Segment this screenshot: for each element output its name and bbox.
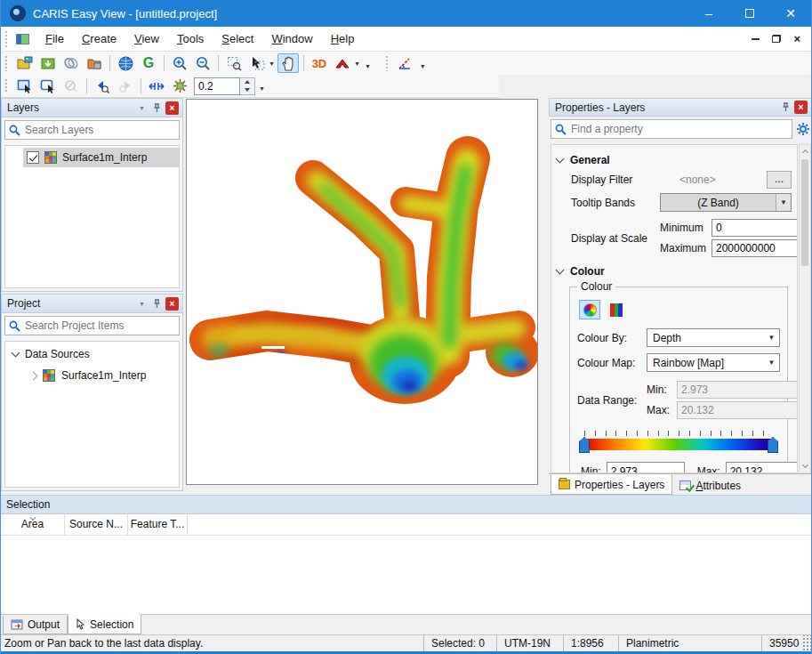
link-button[interactable] xyxy=(60,53,82,73)
rgb-bands-button[interactable] xyxy=(606,300,627,319)
pan-tool-button[interactable] xyxy=(277,53,299,73)
pan-hand-icon xyxy=(281,56,295,71)
tab-output[interactable]: Output xyxy=(3,616,68,634)
flash-selection-button[interactable] xyxy=(169,77,190,96)
mdi-minimize-button[interactable] xyxy=(752,38,760,40)
data-range-label: Data Range: xyxy=(577,394,647,407)
zoom-area-button[interactable] xyxy=(223,53,245,73)
range-min-input[interactable] xyxy=(607,462,685,473)
menu-tools[interactable]: Tools xyxy=(168,28,213,49)
menu-select[interactable]: Select xyxy=(213,28,262,49)
toolbar-overflow-button[interactable]: ▼ xyxy=(365,63,371,69)
toolbar-grip[interactable] xyxy=(4,78,9,94)
scale-minimum-input[interactable] xyxy=(712,219,798,237)
panel-menu-button[interactable]: ▼ xyxy=(135,297,149,311)
project-panel-header: Project ▼ × xyxy=(2,295,182,313)
layer-item-surface1m-interp[interactable]: Surface1m_Interp xyxy=(23,148,179,167)
toolbar-overflow-button[interactable]: ▼ xyxy=(259,85,265,92)
range-max-input[interactable] xyxy=(726,462,798,473)
pin-icon[interactable] xyxy=(779,101,792,114)
spin-up-button[interactable] xyxy=(240,78,254,86)
layers-search-input[interactable] xyxy=(25,124,175,136)
select-tool-button[interactable] xyxy=(246,53,268,73)
property-search-input[interactable] xyxy=(571,123,788,135)
column-header-source-name[interactable]: Source N... xyxy=(65,514,128,535)
panel-menu-button[interactable]: ▼ xyxy=(135,101,149,115)
pin-icon[interactable] xyxy=(150,297,164,311)
display-filter-browse-button[interactable]: ... xyxy=(767,171,792,189)
toolbar-separator xyxy=(86,78,87,94)
panel-close-button[interactable]: × xyxy=(165,101,179,115)
column-header-area[interactable]: Area xyxy=(1,514,65,535)
resize-grip[interactable] xyxy=(802,635,812,651)
toolbar-grip[interactable] xyxy=(4,55,9,71)
select-by-rectangle-button[interactable] xyxy=(14,77,36,96)
menu-window[interactable]: Window xyxy=(262,28,321,49)
zoom-out-button[interactable] xyxy=(192,53,213,73)
menu-file[interactable]: File xyxy=(36,28,73,49)
tab-attributes[interactable]: Attributes xyxy=(672,476,748,495)
scale-maximum-input[interactable] xyxy=(712,239,798,257)
map-viewport[interactable] xyxy=(186,99,538,485)
chevron-right-icon[interactable] xyxy=(29,371,38,380)
chevron-down-icon: ▼ xyxy=(764,334,779,342)
panel-close-button[interactable]: × xyxy=(165,297,179,311)
zoom-in-button[interactable] xyxy=(169,53,190,73)
colour-map-value: Rainbow [Map] xyxy=(647,357,764,369)
toolbar-grip[interactable] xyxy=(4,30,9,47)
menu-create[interactable]: Create xyxy=(73,28,125,49)
mdi-document-icon[interactable] xyxy=(16,34,29,44)
mdi-close-button[interactable]: × xyxy=(793,35,800,43)
minimize-button[interactable]: – xyxy=(688,0,729,27)
colour-wheel-button[interactable] xyxy=(579,300,600,319)
layer-visibility-checkbox[interactable] xyxy=(27,151,39,164)
scale-maximum-label: Maximum xyxy=(660,242,712,254)
colour-map-select[interactable]: Rainbow [Map] ▼ xyxy=(647,353,780,372)
project-search-input[interactable] xyxy=(25,319,175,332)
select-tool-dropdown[interactable]: ▼ xyxy=(269,61,275,67)
scroll-up-button[interactable] xyxy=(800,145,810,157)
panel-close-button[interactable]: × xyxy=(794,101,808,114)
measure-tool-button[interactable] xyxy=(395,53,416,73)
toolbar-grip[interactable] xyxy=(385,55,390,71)
3d-view-button[interactable]: 3D xyxy=(309,53,330,73)
layers-search[interactable] xyxy=(4,120,180,140)
pin-icon[interactable] xyxy=(150,101,164,115)
maximize-button[interactable] xyxy=(729,0,770,27)
fit-width-button[interactable] xyxy=(146,77,167,96)
tab-properties-layers[interactable]: Properties - Layers xyxy=(551,474,672,495)
tooltip-bands-select[interactable]: (Z Band) ▼ xyxy=(660,193,792,212)
column-header-feature-type[interactable]: Feature T... xyxy=(128,514,188,535)
property-search[interactable] xyxy=(551,119,792,139)
gear-icon[interactable] xyxy=(796,122,810,136)
previous-view-button[interactable] xyxy=(92,77,113,96)
menu-help[interactable]: Help xyxy=(322,28,364,49)
tree-node-data-sources[interactable]: Data Sources xyxy=(5,345,179,363)
section-general[interactable]: General xyxy=(557,154,792,166)
spin-down-button[interactable] xyxy=(240,86,254,94)
chevron-down-icon[interactable] xyxy=(12,349,20,358)
project-search[interactable] xyxy=(4,316,180,335)
mdi-restore-button[interactable] xyxy=(772,35,781,43)
google-earth-button[interactable]: G xyxy=(138,53,159,73)
tab-selection[interactable]: Selection xyxy=(68,614,141,634)
select-by-area-button[interactable] xyxy=(37,77,59,96)
status-bar: Zoom or Pan back to the last data displa… xyxy=(1,634,812,651)
scale-input[interactable] xyxy=(194,77,240,95)
colour-by-select[interactable]: Depth ▼ xyxy=(647,328,780,347)
scroll-down-button[interactable] xyxy=(800,460,810,472)
world-view-button[interactable] xyxy=(115,53,136,73)
section-colour[interactable]: Colour xyxy=(557,265,792,278)
open-folder-icon xyxy=(17,56,33,70)
save-project-button[interactable] xyxy=(84,53,105,73)
import-data-button[interactable] xyxy=(37,53,59,73)
properties-scrollbar[interactable] xyxy=(799,144,811,473)
tree-node-surface1m-interp[interactable]: Surface1m_Interp xyxy=(5,367,179,384)
open-project-button[interactable] xyxy=(14,53,36,73)
flyover-button[interactable] xyxy=(332,53,353,73)
measure-overflow-button[interactable]: ▼ xyxy=(420,63,426,69)
scrollbar-thumb[interactable] xyxy=(801,159,808,266)
menu-view[interactable]: View xyxy=(125,28,168,49)
flyover-dropdown[interactable]: ▼ xyxy=(354,61,360,67)
close-button[interactable]: ✕ xyxy=(770,0,811,27)
